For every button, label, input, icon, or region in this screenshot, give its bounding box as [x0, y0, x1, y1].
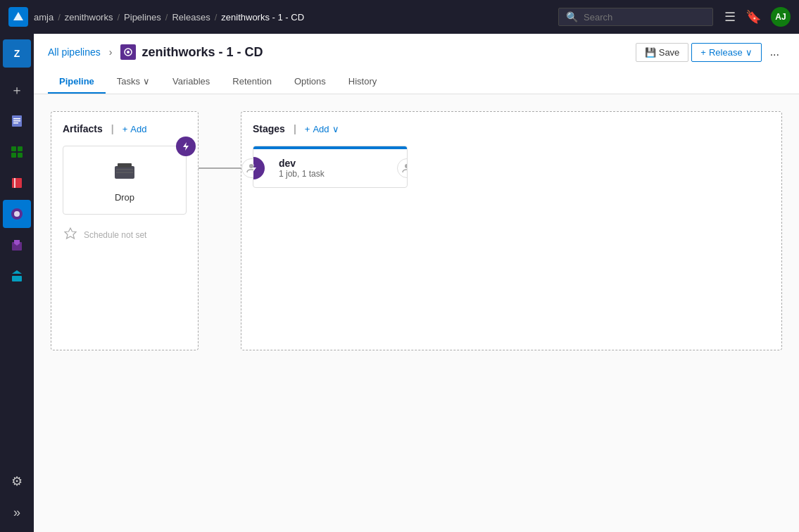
search-input[interactable] — [584, 12, 705, 23]
stage-card-dev[interactable]: dev 1 job, 1 task — [253, 146, 408, 188]
docs-icon — [10, 114, 24, 128]
sidebar-bottom: ⚙ » — [3, 467, 31, 532]
sidebar-item-repos[interactable] — [3, 169, 31, 197]
all-pipelines-link[interactable]: All pipelines — [48, 46, 101, 58]
top-nav: amja / zenithworks / Pipelines / Release… — [0, 0, 799, 34]
svg-rect-1 — [13, 118, 20, 120]
pipeline-icon — [120, 44, 136, 60]
tab-options[interactable]: Options — [283, 70, 337, 94]
breadcrumb-releases[interactable]: Releases — [172, 12, 210, 23]
schedule-section: Schedule not set — [63, 226, 187, 243]
svg-marker-24 — [253, 164, 256, 172]
content-area: All pipelines › zenithworks - 1 - CD 💾 S… — [34, 34, 799, 532]
sidebar-item-boards[interactable] — [3, 138, 31, 166]
svg-rect-14 — [12, 276, 22, 281]
svg-marker-23 — [65, 228, 76, 239]
sidebar-item-expand[interactable]: » — [3, 498, 31, 526]
plus-icon: + — [700, 47, 706, 58]
tab-history[interactable]: History — [337, 70, 388, 94]
artifacts-icon — [10, 269, 24, 283]
avatar[interactable]: AJ — [771, 7, 791, 27]
artifact-label: Drop — [75, 192, 175, 203]
pipeline-sections: Artifacts | + Add — [51, 111, 782, 350]
tab-variables[interactable]: Variables — [161, 70, 221, 94]
expand-icon: » — [13, 505, 20, 520]
artifact-lightning-icon — [176, 137, 196, 156]
connector — [199, 167, 241, 169]
stages-title: Stages — [253, 123, 285, 134]
sub-header: All pipelines › zenithworks - 1 - CD 💾 S… — [34, 34, 799, 94]
search-box[interactable]: 🔍 — [558, 8, 713, 26]
add-icon: ＋ — [11, 82, 23, 99]
breadcrumb-sep-1: / — [58, 12, 61, 23]
breadcrumb-chevron: › — [109, 46, 113, 58]
title-actions: 💾 Save + Release ∨ ... — [636, 42, 785, 62]
svg-marker-18 — [183, 142, 189, 151]
sidebar: Z ＋ — [0, 34, 34, 532]
svg-rect-3 — [13, 122, 18, 124]
artifacts-add-link[interactable]: + Add — [122, 124, 147, 134]
save-button[interactable]: 💾 Save — [636, 43, 689, 62]
tab-pipeline[interactable]: Pipeline — [48, 70, 106, 94]
more-options-button[interactable]: ... — [765, 42, 785, 62]
schedule-icon — [63, 226, 78, 243]
sidebar-item-artifacts[interactable] — [3, 262, 31, 290]
stage-card-wrapper: dev 1 job, 1 task — [253, 146, 770, 188]
release-button[interactable]: + Release ∨ — [691, 43, 761, 62]
sidebar-logo[interactable]: Z — [3, 39, 31, 68]
sidebar-item-pipelines[interactable] — [3, 200, 31, 228]
stages-add-link[interactable]: + Add ∨ — [305, 124, 339, 134]
app-logo[interactable] — [8, 7, 28, 27]
pipelines-icon — [10, 207, 24, 221]
breadcrumb-zenithworks[interactable]: zenithworks — [65, 12, 113, 23]
boards-icon — [10, 145, 24, 159]
artifact-card-drop[interactable]: Drop — [63, 146, 187, 215]
stage-lightning-icon — [253, 157, 265, 179]
tab-retention[interactable]: Retention — [221, 70, 283, 94]
stage-info: dev 1 job, 1 task — [279, 158, 325, 179]
stages-section: Stages | + Add ∨ — [241, 111, 782, 350]
svg-rect-8 — [12, 178, 22, 188]
search-icon: 🔍 — [566, 11, 578, 23]
svg-rect-2 — [13, 120, 20, 122]
pipeline-title-row: All pipelines › zenithworks - 1 - CD 💾 S… — [48, 42, 785, 62]
release-dropdown-icon: ∨ — [745, 47, 753, 58]
svg-rect-22 — [116, 172, 133, 173]
breadcrumb-sep-2: / — [117, 12, 120, 23]
breadcrumb-amja[interactable]: amja — [34, 12, 54, 23]
breadcrumb: amja / zenithworks / Pipelines / Release… — [34, 12, 553, 23]
breadcrumb-pipelines[interactable]: Pipelines — [124, 12, 161, 23]
svg-rect-5 — [18, 146, 23, 151]
main-layout: Z ＋ — [0, 34, 799, 532]
save-icon: 💾 — [645, 47, 656, 58]
artifacts-section: Artifacts | + Add — [51, 111, 199, 350]
sidebar-item-testplans[interactable] — [3, 231, 31, 259]
svg-rect-7 — [18, 153, 23, 158]
stages-header: Stages | + Add ∨ — [253, 123, 770, 134]
artifacts-add-icon: + — [122, 124, 128, 134]
svg-rect-6 — [11, 153, 16, 158]
stage-card-body: dev 1 job, 1 task — [253, 149, 407, 187]
breadcrumb-sep-4: / — [215, 12, 218, 23]
pipeline-canvas: Artifacts | + Add — [34, 94, 799, 532]
breadcrumb-sep-3: / — [165, 12, 168, 23]
stage-approver-icon[interactable] — [397, 158, 408, 178]
tab-tasks[interactable]: Tasks ∨ — [106, 70, 161, 94]
repos-icon — [10, 176, 24, 190]
artifacts-header: Artifacts | + Add — [63, 123, 187, 134]
stage-meta: 1 job, 1 task — [279, 169, 325, 179]
bookmark-icon[interactable]: 🔖 — [745, 9, 761, 25]
stages-add-icon: + — [305, 124, 310, 134]
svg-point-11 — [14, 211, 20, 217]
schedule-text: Schedule not set — [84, 230, 146, 240]
sidebar-item-add[interactable]: ＋ — [3, 76, 31, 104]
settings-icon: ⚙ — [11, 474, 23, 489]
sidebar-item-settings[interactable]: ⚙ — [3, 467, 31, 495]
svg-point-17 — [127, 51, 130, 53]
artifact-type-icon — [75, 158, 175, 188]
tabs: Pipeline Tasks ∨ Variables Retention Opt… — [48, 70, 785, 94]
pipeline-title: zenithworks - 1 - CD — [141, 45, 263, 60]
list-icon[interactable]: ☰ — [724, 9, 736, 25]
stages-add-dropdown-icon: ∨ — [332, 124, 339, 134]
sidebar-item-docs[interactable] — [3, 107, 31, 135]
